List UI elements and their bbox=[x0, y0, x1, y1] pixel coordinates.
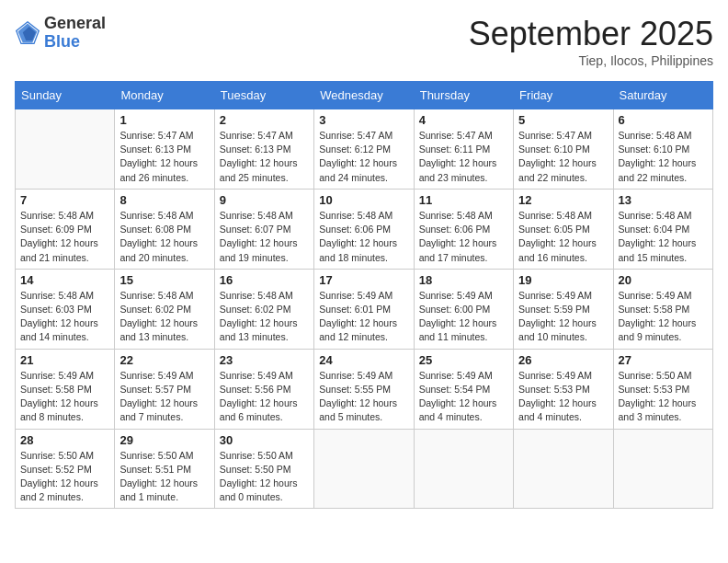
calendar-cell: 7Sunrise: 5:48 AM Sunset: 6:09 PM Daylig… bbox=[16, 189, 115, 269]
calendar-cell: 13Sunrise: 5:48 AM Sunset: 6:04 PM Dayli… bbox=[613, 189, 712, 269]
day-number: 24 bbox=[319, 353, 408, 367]
cell-info: Sunrise: 5:50 AM Sunset: 5:52 PM Dayligh… bbox=[20, 449, 109, 505]
cell-info: Sunrise: 5:49 AM Sunset: 6:01 PM Dayligh… bbox=[319, 289, 408, 345]
day-number: 14 bbox=[20, 273, 109, 287]
logo-icon bbox=[15, 20, 40, 46]
cell-info: Sunrise: 5:48 AM Sunset: 6:04 PM Dayligh… bbox=[619, 209, 708, 265]
calendar-cell: 15Sunrise: 5:48 AM Sunset: 6:02 PM Dayli… bbox=[115, 269, 214, 349]
day-number: 13 bbox=[619, 193, 708, 207]
cell-info: Sunrise: 5:49 AM Sunset: 5:57 PM Dayligh… bbox=[119, 369, 209, 425]
page-header: General Blue September 2025 Tiep, Ilocos… bbox=[15, 15, 713, 68]
day-number: 26 bbox=[518, 353, 608, 367]
calendar-cell: 14Sunrise: 5:48 AM Sunset: 6:03 PM Dayli… bbox=[16, 269, 115, 349]
calendar-week-row: 21Sunrise: 5:49 AM Sunset: 5:58 PM Dayli… bbox=[16, 349, 713, 429]
cell-info: Sunrise: 5:50 AM Sunset: 5:53 PM Dayligh… bbox=[619, 369, 708, 425]
logo-general-label: General bbox=[44, 15, 106, 33]
cell-info: Sunrise: 5:48 AM Sunset: 6:06 PM Dayligh… bbox=[319, 209, 408, 265]
calendar-cell: 8Sunrise: 5:48 AM Sunset: 6:08 PM Daylig… bbox=[115, 189, 214, 269]
cell-info: Sunrise: 5:47 AM Sunset: 6:13 PM Dayligh… bbox=[220, 129, 309, 185]
day-header-tuesday: Tuesday bbox=[214, 82, 313, 109]
cell-info: Sunrise: 5:48 AM Sunset: 6:09 PM Dayligh… bbox=[20, 209, 109, 265]
day-number: 28 bbox=[20, 433, 109, 447]
calendar-cell: 11Sunrise: 5:48 AM Sunset: 6:06 PM Dayli… bbox=[414, 189, 513, 269]
cell-info: Sunrise: 5:48 AM Sunset: 6:02 PM Dayligh… bbox=[220, 289, 309, 345]
cell-info: Sunrise: 5:48 AM Sunset: 6:06 PM Dayligh… bbox=[419, 209, 508, 265]
calendar-cell: 10Sunrise: 5:48 AM Sunset: 6:06 PM Dayli… bbox=[314, 189, 414, 269]
cell-info: Sunrise: 5:47 AM Sunset: 6:11 PM Dayligh… bbox=[419, 129, 508, 185]
calendar-cell: 25Sunrise: 5:49 AM Sunset: 5:54 PM Dayli… bbox=[414, 349, 513, 429]
logo: General Blue bbox=[15, 15, 106, 52]
logo-blue-label: Blue bbox=[44, 33, 106, 52]
day-header-thursday: Thursday bbox=[414, 82, 513, 109]
cell-info: Sunrise: 5:47 AM Sunset: 6:12 PM Dayligh… bbox=[319, 129, 408, 185]
logo-text: General Blue bbox=[44, 15, 106, 52]
cell-info: Sunrise: 5:48 AM Sunset: 6:10 PM Dayligh… bbox=[619, 129, 708, 185]
cell-info: Sunrise: 5:48 AM Sunset: 6:07 PM Dayligh… bbox=[220, 209, 309, 265]
calendar-cell bbox=[16, 109, 115, 190]
day-number: 9 bbox=[220, 193, 309, 207]
calendar-cell: 16Sunrise: 5:48 AM Sunset: 6:02 PM Dayli… bbox=[214, 269, 313, 349]
calendar-cell: 22Sunrise: 5:49 AM Sunset: 5:57 PM Dayli… bbox=[115, 349, 214, 429]
day-number: 29 bbox=[119, 433, 209, 447]
calendar-week-row: 1Sunrise: 5:47 AM Sunset: 6:13 PM Daylig… bbox=[16, 109, 713, 190]
day-number: 1 bbox=[119, 113, 209, 127]
calendar-cell: 23Sunrise: 5:49 AM Sunset: 5:56 PM Dayli… bbox=[214, 349, 313, 429]
calendar-cell: 30Sunrise: 5:50 AM Sunset: 5:50 PM Dayli… bbox=[214, 429, 313, 509]
day-number: 8 bbox=[119, 193, 209, 207]
calendar-week-row: 7Sunrise: 5:48 AM Sunset: 6:09 PM Daylig… bbox=[16, 189, 713, 269]
cell-info: Sunrise: 5:49 AM Sunset: 5:56 PM Dayligh… bbox=[220, 369, 309, 425]
cell-info: Sunrise: 5:47 AM Sunset: 6:10 PM Dayligh… bbox=[518, 129, 608, 185]
cell-info: Sunrise: 5:49 AM Sunset: 5:59 PM Dayligh… bbox=[518, 289, 608, 345]
calendar-cell: 28Sunrise: 5:50 AM Sunset: 5:52 PM Dayli… bbox=[16, 429, 115, 509]
calendar-cell: 26Sunrise: 5:49 AM Sunset: 5:53 PM Dayli… bbox=[514, 349, 613, 429]
calendar-cell: 17Sunrise: 5:49 AM Sunset: 6:01 PM Dayli… bbox=[314, 269, 414, 349]
cell-info: Sunrise: 5:50 AM Sunset: 5:50 PM Dayligh… bbox=[220, 449, 309, 505]
day-number: 6 bbox=[619, 113, 708, 127]
day-number: 3 bbox=[319, 113, 408, 127]
day-number: 12 bbox=[518, 193, 608, 207]
day-number: 20 bbox=[619, 273, 708, 287]
cell-info: Sunrise: 5:49 AM Sunset: 6:00 PM Dayligh… bbox=[419, 289, 508, 345]
calendar-cell: 5Sunrise: 5:47 AM Sunset: 6:10 PM Daylig… bbox=[514, 109, 613, 190]
calendar-cell bbox=[514, 429, 613, 509]
day-number: 2 bbox=[220, 113, 309, 127]
calendar-table: SundayMondayTuesdayWednesdayThursdayFrid… bbox=[15, 81, 713, 509]
calendar-cell: 1Sunrise: 5:47 AM Sunset: 6:13 PM Daylig… bbox=[115, 109, 214, 190]
calendar-cell: 18Sunrise: 5:49 AM Sunset: 6:00 PM Dayli… bbox=[414, 269, 513, 349]
calendar-cell: 19Sunrise: 5:49 AM Sunset: 5:59 PM Dayli… bbox=[514, 269, 613, 349]
month-title: September 2025 bbox=[469, 15, 713, 53]
calendar-cell: 3Sunrise: 5:47 AM Sunset: 6:12 PM Daylig… bbox=[314, 109, 414, 190]
day-number: 7 bbox=[20, 193, 109, 207]
calendar-cell bbox=[613, 429, 712, 509]
day-number: 27 bbox=[619, 353, 708, 367]
day-number: 21 bbox=[20, 353, 109, 367]
calendar-cell: 20Sunrise: 5:49 AM Sunset: 5:58 PM Dayli… bbox=[613, 269, 712, 349]
day-header-saturday: Saturday bbox=[613, 82, 712, 109]
calendar-cell: 4Sunrise: 5:47 AM Sunset: 6:11 PM Daylig… bbox=[414, 109, 513, 190]
cell-info: Sunrise: 5:48 AM Sunset: 6:03 PM Dayligh… bbox=[20, 289, 109, 345]
cell-info: Sunrise: 5:49 AM Sunset: 5:58 PM Dayligh… bbox=[619, 289, 708, 345]
calendar-cell: 9Sunrise: 5:48 AM Sunset: 6:07 PM Daylig… bbox=[214, 189, 313, 269]
calendar-cell bbox=[314, 429, 414, 509]
day-number: 30 bbox=[220, 433, 309, 447]
cell-info: Sunrise: 5:49 AM Sunset: 5:55 PM Dayligh… bbox=[319, 369, 408, 425]
cell-info: Sunrise: 5:47 AM Sunset: 6:13 PM Dayligh… bbox=[119, 129, 209, 185]
day-number: 17 bbox=[319, 273, 408, 287]
calendar-cell bbox=[414, 429, 513, 509]
cell-info: Sunrise: 5:49 AM Sunset: 5:53 PM Dayligh… bbox=[518, 369, 608, 425]
calendar-cell: 2Sunrise: 5:47 AM Sunset: 6:13 PM Daylig… bbox=[214, 109, 313, 190]
calendar-cell: 27Sunrise: 5:50 AM Sunset: 5:53 PM Dayli… bbox=[613, 349, 712, 429]
day-number: 5 bbox=[518, 113, 608, 127]
calendar-cell: 29Sunrise: 5:50 AM Sunset: 5:51 PM Dayli… bbox=[115, 429, 214, 509]
day-header-wednesday: Wednesday bbox=[314, 82, 414, 109]
day-number: 15 bbox=[119, 273, 209, 287]
day-number: 4 bbox=[419, 113, 508, 127]
day-number: 23 bbox=[220, 353, 309, 367]
calendar-cell: 12Sunrise: 5:48 AM Sunset: 6:05 PM Dayli… bbox=[514, 189, 613, 269]
calendar-week-row: 28Sunrise: 5:50 AM Sunset: 5:52 PM Dayli… bbox=[16, 429, 713, 509]
day-number: 19 bbox=[518, 273, 608, 287]
cell-info: Sunrise: 5:48 AM Sunset: 6:08 PM Dayligh… bbox=[119, 209, 209, 265]
day-number: 11 bbox=[419, 193, 508, 207]
cell-info: Sunrise: 5:49 AM Sunset: 5:54 PM Dayligh… bbox=[419, 369, 508, 425]
day-header-sunday: Sunday bbox=[16, 82, 115, 109]
